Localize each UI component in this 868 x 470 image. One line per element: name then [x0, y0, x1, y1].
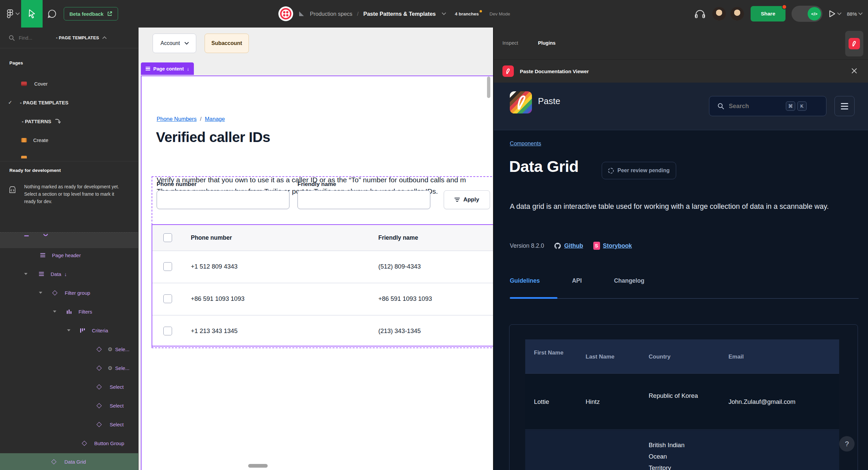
move-tool-button[interactable]: [21, 0, 42, 28]
dev-mode-toggle[interactable]: </>: [792, 6, 823, 22]
dev-ready-icon: [9, 186, 16, 194]
components-breadcrumb-link[interactable]: Components: [510, 140, 541, 147]
layer-row-filter-group[interactable]: Filter group: [0, 283, 138, 302]
project-name[interactable]: Production specs: [310, 11, 352, 17]
account-label: Account: [161, 40, 180, 46]
frame-resize-handle[interactable]: [248, 464, 268, 468]
layer-row-select-truncated[interactable]: ⚙ Sele...: [0, 340, 138, 358]
layer-row-select-truncated[interactable]: ⚙ Sele...: [0, 358, 138, 377]
grid-col-first-name[interactable]: First Name: [534, 349, 571, 356]
storybook-link-group[interactable]: S Storybook: [593, 242, 632, 250]
layer-row-page-header[interactable]: Page header: [0, 246, 138, 265]
component-diamond-icon: [52, 290, 58, 295]
column-header-friendly[interactable]: Friendly name: [378, 234, 418, 241]
present-button[interactable]: [829, 10, 841, 18]
search-icon: [9, 35, 15, 41]
branches-button[interactable]: 4 branches: [455, 11, 478, 17]
beta-feedback-button[interactable]: Beta feedback: [64, 7, 118, 21]
grid-col-last-name[interactable]: Last Name: [586, 353, 615, 360]
doc-page-title: Data Grid: [509, 157, 579, 176]
expand-caret-icon[interactable]: [67, 329, 70, 331]
section-badge-label: Page content: [153, 66, 184, 71]
cell-friendly: +86 591 1093 1093: [378, 295, 432, 302]
page-item-patterns[interactable]: - PATTERNS: [0, 114, 138, 129]
breadcrumb-link-manage[interactable]: Manage: [205, 116, 225, 122]
external-link-icon: [107, 11, 112, 17]
grid-row[interactable]: Paige Kshlerin British Indian Ocean Terr…: [525, 430, 839, 470]
select-all-checkbox[interactable]: [163, 233, 172, 242]
friendly-name-input[interactable]: [298, 190, 430, 209]
hamburger-menu-button[interactable]: [834, 96, 855, 116]
figma-menu-button[interactable]: [5, 0, 21, 28]
github-link-group[interactable]: Github: [554, 242, 583, 249]
doc-search-box[interactable]: ⌘ K: [709, 96, 827, 116]
table-row[interactable]: +1 213 343 1345 (213) 343-1345: [152, 315, 493, 347]
version-label: Version 8.2.0: [510, 242, 544, 249]
layer-row-select[interactable]: Select: [0, 415, 138, 434]
row-checkbox[interactable]: [163, 262, 172, 271]
account-dropdown[interactable]: Account: [153, 34, 196, 53]
layer-row-select[interactable]: Select: [0, 377, 138, 396]
tab-guidelines[interactable]: Guidelines: [510, 277, 540, 284]
tab-api[interactable]: API: [572, 277, 582, 284]
cell-friendly: (512) 809-4343: [378, 263, 421, 270]
row-checkbox[interactable]: [163, 294, 172, 303]
doc-tabs: Guidelines API Changelog: [510, 277, 644, 284]
huddle-headphones-icon[interactable]: [694, 8, 706, 19]
grid-col-email[interactable]: Email: [728, 353, 744, 360]
apply-button[interactable]: Apply: [444, 190, 490, 209]
grid-col-country[interactable]: Country: [649, 353, 671, 360]
layer-label: Criteria: [92, 328, 108, 333]
breadcrumb-link-phone-numbers[interactable]: Phone Numbers: [157, 116, 196, 122]
subaccount-badge[interactable]: Subaccount: [205, 34, 249, 53]
table-row[interactable]: +86 591 1093 1093 +86 591 1093 1093: [152, 283, 493, 315]
avatar[interactable]: [730, 6, 745, 21]
tab-inspect[interactable]: Inspect: [502, 40, 518, 46]
storybook-link: Storybook: [603, 242, 632, 249]
column-header-phone[interactable]: Phone number: [191, 234, 232, 241]
play-icon: [829, 10, 836, 18]
doc-search-input[interactable]: [729, 103, 786, 110]
section-badge-page-content[interactable]: Page content ↓: [141, 62, 194, 75]
grid-row[interactable]: Lottie Hintz Republic of Korea John.Zula…: [525, 374, 839, 430]
page-item-page-templates[interactable]: ✓ - PAGE TEMPLATES: [0, 95, 138, 110]
peer-review-label: Peer review pending: [617, 168, 670, 174]
code-toggle-knob: </>: [808, 7, 821, 21]
page-content-frame[interactable]: Phone Numbers / Manage Verified caller I…: [141, 76, 493, 470]
canvas-vertical-scrollbar[interactable]: [487, 77, 490, 98]
file-menu-chevron-icon[interactable]: [442, 11, 446, 15]
close-icon[interactable]: [850, 67, 858, 75]
layer-row-data-grid-selected[interactable]: Data Grid: [0, 453, 138, 470]
share-notification-dot: [782, 4, 787, 9]
avatar[interactable]: [712, 6, 726, 21]
example-data-grid[interactable]: First Name Last Name Country Email Lotti…: [525, 340, 839, 470]
page-item-cover[interactable]: Cover: [0, 76, 138, 91]
grid-cell: Lottie: [534, 396, 549, 408]
layer-row-data[interactable]: Data ↓: [0, 265, 138, 283]
layer-row-filters[interactable]: Filters: [0, 302, 138, 321]
share-button[interactable]: Share: [751, 6, 785, 22]
page-item-create[interactable]: Create: [0, 132, 138, 148]
current-page-label[interactable]: - PAGE TEMPLATES: [56, 35, 99, 40]
expand-caret-icon[interactable]: [39, 292, 42, 294]
layer-row-button-group[interactable]: Button Group: [0, 434, 138, 452]
layer-row-select[interactable]: Select: [0, 396, 138, 415]
paste-brand-label: Paste: [538, 96, 560, 107]
expand-caret-icon[interactable]: [24, 273, 28, 275]
file-name[interactable]: Paste Patterns & Templates: [363, 11, 436, 17]
find-input[interactable]: [19, 35, 51, 40]
comment-tool-button[interactable]: [44, 0, 59, 28]
tab-changelog[interactable]: Changelog: [614, 277, 644, 284]
canvas[interactable]: Account Subaccount Page content ↓ Phone …: [138, 28, 493, 470]
layer-row-criteria[interactable]: Criteria: [0, 321, 138, 340]
tab-plugins[interactable]: Plugins: [538, 40, 555, 46]
expand-caret-icon[interactable]: [53, 311, 56, 313]
row-checkbox[interactable]: [163, 327, 172, 335]
table-row[interactable]: +1 512 809 4343 (512) 809-4343: [152, 251, 493, 283]
phone-number-input[interactable]: [157, 190, 289, 209]
zoom-menu[interactable]: 88%: [847, 11, 862, 17]
active-plugin-button[interactable]: [845, 31, 863, 56]
share-button-wrap: Share: [751, 6, 785, 22]
collapse-pages-chevron-icon[interactable]: [103, 36, 107, 40]
help-button[interactable]: ?: [839, 436, 855, 451]
